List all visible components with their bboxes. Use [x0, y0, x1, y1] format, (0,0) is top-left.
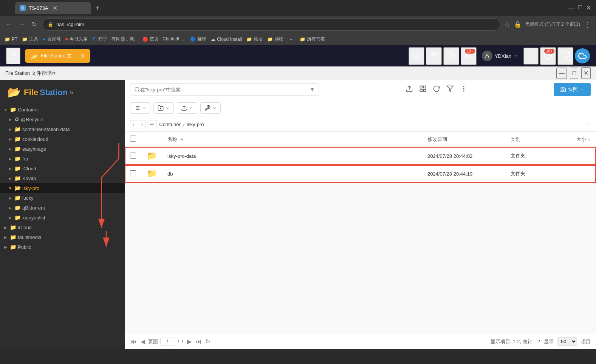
row-icon-cell: 📁 [141, 165, 162, 183]
bookmark-translate[interactable]: 🔵 翻译 [190, 36, 206, 42]
sidebar-item-icloud-sub[interactable]: ▶ 📁 iCloud [0, 163, 125, 173]
bookmark-toutiao[interactable]: ■ 今日头条 [65, 36, 88, 42]
sidebar-item-cookiecloud[interactable]: ▶ 📁 cookiecloud [0, 134, 125, 144]
bookmark-cloudinstall[interactable]: ☁ Cloud Install [211, 37, 242, 42]
browser-menu-btn[interactable]: ⋮ [584, 20, 591, 29]
sidebar-item-public[interactable]: ▶ 📁 Public [0, 242, 125, 252]
win-restore[interactable]: □ [578, 4, 582, 12]
row-checkbox[interactable] [130, 170, 136, 176]
sidebar-item-icloud[interactable]: ▶ 📁 iCloud [0, 222, 125, 232]
topbar-info-btn[interactable]: 10+ [540, 47, 556, 65]
new-folder-btn[interactable] [153, 102, 174, 114]
row-name-cell[interactable]: lsky-pro-data [162, 147, 422, 165]
row-checkbox-cell[interactable] [125, 165, 141, 183]
sidebar-item-lsky-pro[interactable]: ▼ 📂 lsky-pro [0, 183, 125, 193]
per-page-select[interactable]: 50 100 200 [557, 337, 577, 346]
date-header[interactable]: 修改日期 [422, 132, 505, 147]
address-bar[interactable]: 🔒 nas. /cgi-bin/ [42, 19, 500, 31]
search-input[interactable] [140, 87, 310, 93]
prev-page-btn[interactable]: ◀ [140, 337, 146, 346]
topbar-bookmarks-btn[interactable] [426, 47, 442, 65]
sidebar-item-xiaoyaalist[interactable]: ▶ 📁 xiaoyaalist [0, 213, 125, 222]
bookmark-shopping[interactable]: 📁 购物 [267, 36, 283, 42]
bookmark-tools[interactable]: 📁 工具 [22, 36, 38, 42]
filter-icon-btn[interactable] [445, 83, 455, 96]
add-column-btn[interactable]: + [588, 136, 591, 142]
upload-btn[interactable] [177, 102, 197, 114]
bookmark-label: 今日头条 [70, 36, 88, 42]
app-tab-filestation[interactable]: 📂 File Station 文... ✕ [25, 49, 90, 63]
topbar-more-btn[interactable] [523, 48, 539, 65]
bookmark-chiphell[interactable]: 🔴 首页 - Chiphell -... [142, 36, 186, 42]
back-btn[interactable]: ← [5, 20, 14, 29]
forward-btn[interactable]: → [17, 20, 26, 29]
sidebar-item-container-station-data[interactable]: ▶ 📁 container-station-data [0, 124, 125, 134]
topbar-history-btn[interactable] [443, 47, 459, 65]
type-header[interactable]: 类别 [505, 132, 551, 147]
bookmark-star[interactable]: ☆ [504, 20, 510, 29]
row-checkbox[interactable] [130, 153, 136, 159]
win-close[interactable]: ✕ [586, 4, 591, 12]
bookmark-baijiahao[interactable]: ● 百家号 [43, 36, 60, 42]
topbar-monitor-btn[interactable] [557, 47, 573, 65]
view-icon-btn[interactable] [418, 83, 428, 96]
tools-btn[interactable] [200, 102, 221, 114]
new-tab-btn[interactable]: + [95, 4, 100, 12]
fs-restore-btn[interactable]: □ [570, 68, 578, 79]
upload-icon-btn[interactable] [404, 83, 415, 96]
sidebar-item-kavita[interactable]: ▶ 📁 Kavita [0, 173, 125, 183]
bookmark-pt[interactable]: 📁 PT [5, 37, 17, 42]
bookmark-forum[interactable]: 📁 论坛 [246, 36, 263, 42]
select-all-header[interactable] [125, 132, 141, 147]
app-tab-close-btn[interactable]: ✕ [80, 52, 85, 60]
sidebar-item-multimedia[interactable]: ▶ 📁 Multimedia [0, 232, 125, 242]
sidebar-item-recycle[interactable]: ▶ ♻ @Recycle [0, 114, 125, 124]
last-page-btn[interactable]: ⏭ [195, 338, 202, 346]
topbar-bell-btn[interactable]: 10+ [461, 47, 477, 65]
first-page-btn[interactable]: ⏮ [130, 338, 138, 346]
view-mode-btn[interactable] [130, 102, 150, 114]
topbar-cloud-btn[interactable] [575, 48, 590, 63]
topbar-search-btn[interactable] [409, 47, 424, 65]
win-minimize[interactable]: — [568, 4, 574, 12]
tab-close-btn[interactable]: ✕ [53, 5, 57, 12]
browser-tab-active[interactable]: Q TS-673A ✕ [15, 2, 91, 14]
fs-close-btn[interactable]: ✕ [581, 67, 591, 79]
breadcrumb-parent[interactable]: Container [159, 122, 180, 127]
folder-icon: 📁 [147, 169, 157, 178]
sidebar-item-qbittorrent[interactable]: ▶ 📁 qBittorrent [0, 203, 125, 213]
sidebar-item-frp[interactable]: ▶ 📁 frp [0, 154, 125, 163]
logo-station-text: Station [40, 88, 68, 97]
reload-page-btn[interactable]: ↻ [204, 337, 211, 346]
refresh-icon-btn[interactable] [431, 83, 442, 96]
bookmark-zhihu[interactable]: 知 知乎 - 有问题，就... [92, 36, 138, 42]
bookmarks-more[interactable]: » [289, 37, 292, 42]
next-page-btn[interactable]: ▶ [186, 337, 192, 346]
favorite-icon[interactable]: ♡ [585, 120, 591, 128]
breadcrumb-forward-btn[interactable]: › [139, 120, 146, 128]
fs-minimize-btn[interactable]: — [556, 68, 567, 79]
row-checkbox-cell[interactable] [125, 147, 141, 165]
refresh-btn[interactable]: ↻ [30, 19, 38, 29]
sidebar-item-easyimage[interactable]: ▶ 📁 easyimage [0, 144, 125, 154]
bookmark-allbooks[interactable]: 📁 所有书签 [300, 36, 325, 42]
table-row[interactable]: 📁 db 2024/07/28 20:44:19 文件夹 [125, 165, 596, 183]
more-options-btn[interactable] [458, 83, 469, 96]
page-input[interactable] [160, 338, 175, 345]
hamburger-menu-btn[interactable]: ☰ [6, 48, 20, 64]
select-all-checkbox[interactable] [130, 136, 136, 142]
search-dropdown-icon[interactable]: ▼ [310, 86, 315, 93]
user-menu-btn[interactable]: YDXian [478, 49, 522, 63]
breadcrumb-back-btn[interactable]: ‹ [130, 120, 137, 128]
table-row[interactable]: 📁 lsky-pro-data 2024/07/28 20:44:02 文件夹 [125, 147, 596, 165]
size-header[interactable]: 大小 + [551, 132, 596, 147]
snapshot-btn[interactable]: 快照 [554, 83, 591, 96]
breadcrumb-up-btn[interactable]: ↩ [147, 120, 157, 128]
name-header[interactable]: 名称 ▼ [162, 132, 422, 147]
window-control-minimize[interactable]: — [5, 5, 9, 11]
file-date: 2024/07/28 20:44:19 [427, 171, 472, 177]
sidebar-item-lucky[interactable]: ▶ 📁 lucky [0, 193, 125, 203]
row-name-cell[interactable]: db [162, 165, 422, 183]
sidebar-item-container[interactable]: ▼ 📁 Container [0, 105, 125, 114]
row-icon-cell: 📁 [141, 147, 162, 165]
